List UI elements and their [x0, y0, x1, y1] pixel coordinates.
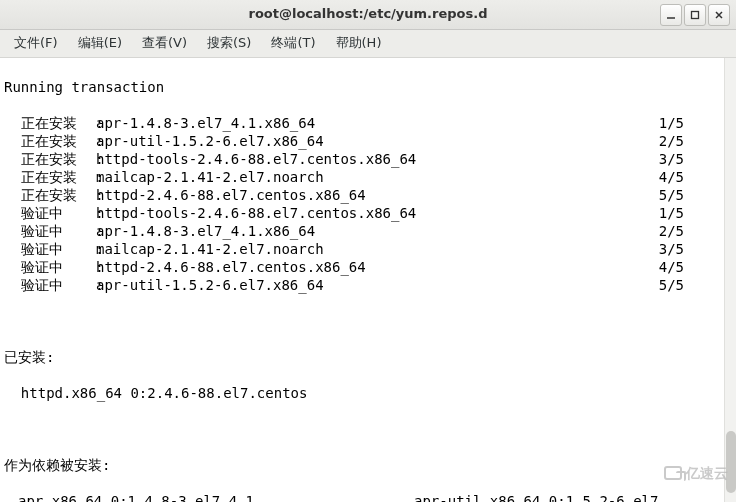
- row-pkg: httpd-tools-2.4.6-88.el7.centos.x86_64: [96, 204, 656, 222]
- terminal-line: 正在安装 : apr-1.4.8-3.el7_4.1.x86_641/5: [4, 114, 730, 132]
- row-count: 2/5: [656, 132, 688, 150]
- deps-header: 作为依赖被安装:: [4, 456, 730, 474]
- row-pkg: apr-1.4.8-3.el7_4.1.x86_64: [96, 222, 656, 240]
- terminal-line: [4, 420, 730, 438]
- terminal-line: 验证中 : httpd-tools-2.4.6-88.el7.centos.x8…: [4, 204, 730, 222]
- scrollbar[interactable]: [724, 58, 736, 502]
- dep-left: apr.x86_64 0:1.4.8-3.el7_4.1: [4, 492, 414, 502]
- row-label: 正在安装: [4, 132, 70, 150]
- row-colon: :: [70, 150, 96, 168]
- row-pkg: apr-1.4.8-3.el7_4.1.x86_64: [96, 114, 656, 132]
- terminal-line: apr.x86_64 0:1.4.8-3.el7_4.1apr-util.x86…: [4, 492, 730, 502]
- row-count: 1/5: [656, 114, 688, 132]
- row-label: 正在安装: [4, 186, 70, 204]
- row-label: 验证中: [4, 276, 70, 294]
- close-button[interactable]: [708, 4, 730, 26]
- terminal-line: 正在安装 : httpd-tools-2.4.6-88.el7.centos.x…: [4, 150, 730, 168]
- row-colon: :: [70, 168, 96, 186]
- row-pkg: mailcap-2.1.41-2.el7.noarch: [96, 240, 656, 258]
- terminal-line: 正在安装 : apr-util-1.5.2-6.el7.x86_642/5: [4, 132, 730, 150]
- svg-rect-1: [692, 12, 699, 19]
- row-colon: :: [70, 222, 96, 240]
- row-count: 2/5: [656, 222, 688, 240]
- row-pkg: mailcap-2.1.41-2.el7.noarch: [96, 168, 656, 186]
- window-title: root@localhost:/etc/yum.repos.d: [0, 6, 736, 23]
- row-pkg: apr-util-1.5.2-6.el7.x86_64: [96, 276, 656, 294]
- row-colon: :: [70, 186, 96, 204]
- menu-search[interactable]: 搜索(S): [199, 32, 259, 55]
- row-count: 4/5: [656, 168, 688, 186]
- titlebar: root@localhost:/etc/yum.repos.d: [0, 0, 736, 30]
- row-label: 正在安装: [4, 114, 70, 132]
- row-count: 5/5: [656, 186, 688, 204]
- terminal-line: 验证中 : httpd-2.4.6-88.el7.centos.x86_644/…: [4, 258, 730, 276]
- row-colon: :: [70, 240, 96, 258]
- row-label: 验证中: [4, 204, 70, 222]
- row-pkg: httpd-2.4.6-88.el7.centos.x86_64: [96, 186, 656, 204]
- terminal-line: [4, 312, 730, 330]
- row-label: 验证中: [4, 222, 70, 240]
- row-colon: :: [70, 276, 96, 294]
- menu-view[interactable]: 查看(V): [134, 32, 195, 55]
- close-icon: [714, 10, 724, 20]
- menubar: 文件(F) 编辑(E) 查看(V) 搜索(S) 终端(T) 帮助(H): [0, 30, 736, 58]
- terminal-line: 正在安装 : httpd-2.4.6-88.el7.centos.x86_645…: [4, 186, 730, 204]
- row-colon: :: [70, 204, 96, 222]
- terminal-line: 正在安装 : mailcap-2.1.41-2.el7.noarch4/5: [4, 168, 730, 186]
- terminal-line: Running transaction: [4, 78, 730, 96]
- maximize-icon: [690, 10, 700, 20]
- menu-edit[interactable]: 编辑(E): [70, 32, 130, 55]
- row-colon: :: [70, 258, 96, 276]
- terminal-line: 验证中 : apr-1.4.8-3.el7_4.1.x86_642/5: [4, 222, 730, 240]
- row-count: 4/5: [656, 258, 688, 276]
- row-label: 验证中: [4, 240, 70, 258]
- row-pkg: httpd-2.4.6-88.el7.centos.x86_64: [96, 258, 656, 276]
- row-count: 3/5: [656, 150, 688, 168]
- terminal-line: 验证中 : apr-util-1.5.2-6.el7.x86_645/5: [4, 276, 730, 294]
- menu-terminal[interactable]: 终端(T): [263, 32, 323, 55]
- minimize-icon: [666, 10, 676, 20]
- row-label: 正在安装: [4, 168, 70, 186]
- row-label: 验证中: [4, 258, 70, 276]
- row-count: 5/5: [656, 276, 688, 294]
- minimize-button[interactable]: [660, 4, 682, 26]
- row-pkg: httpd-tools-2.4.6-88.el7.centos.x86_64: [96, 150, 656, 168]
- terminal-area: Running transaction 正在安装 : apr-1.4.8-3.e…: [0, 58, 736, 502]
- row-pkg: apr-util-1.5.2-6.el7.x86_64: [96, 132, 656, 150]
- row-colon: :: [70, 114, 96, 132]
- row-label: 正在安装: [4, 150, 70, 168]
- installed-header: 已安装:: [4, 348, 730, 366]
- terminal[interactable]: Running transaction 正在安装 : apr-1.4.8-3.e…: [0, 58, 736, 502]
- maximize-button[interactable]: [684, 4, 706, 26]
- terminal-line: 验证中 : mailcap-2.1.41-2.el7.noarch3/5: [4, 240, 730, 258]
- row-colon: :: [70, 132, 96, 150]
- installed-line: httpd.x86_64 0:2.4.6-88.el7.centos: [4, 384, 730, 402]
- dep-right: apr-util.x86_64 0:1.5.2-6.el7: [414, 492, 658, 502]
- scroll-thumb[interactable]: [726, 431, 736, 493]
- menu-help[interactable]: 帮助(H): [328, 32, 390, 55]
- window-buttons: [660, 4, 730, 26]
- row-count: 1/5: [656, 204, 688, 222]
- menu-file[interactable]: 文件(F): [6, 32, 66, 55]
- row-count: 3/5: [656, 240, 688, 258]
